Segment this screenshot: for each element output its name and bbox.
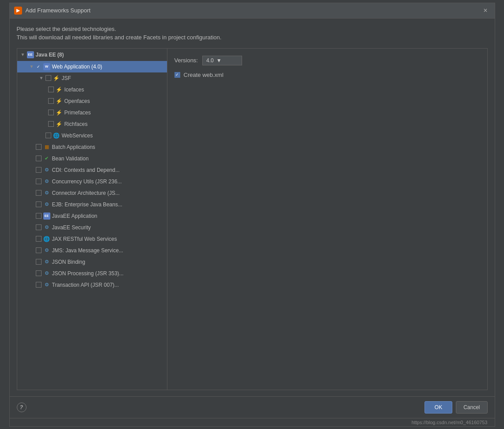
icon-javaee-app: EE — [43, 213, 50, 220]
checkbox-ejb[interactable] — [36, 201, 42, 207]
icon-openfaces: ⚡ — [56, 98, 63, 105]
checkbox-connector[interactable] — [36, 190, 42, 196]
version-value: 4.0 — [206, 57, 214, 64]
footer-buttons: OK Cancel — [424, 401, 488, 414]
tree-item-cdi[interactable]: ⚙ CDI: Contexts and Depend... — [17, 164, 167, 176]
add-frameworks-dialog: ▶ Add Frameworks Support × Please select… — [9, 3, 495, 427]
label-ejb: EJB: Enterprise Java Beans... — [52, 201, 122, 208]
tree-item-jsf[interactable]: ▼ ⚡ JSF — [17, 72, 167, 84]
tree-item-bean-validation[interactable]: ✔ Bean Validation — [17, 153, 167, 164]
checkbox-richfaces[interactable] — [48, 121, 54, 127]
checkbox-batch-applications[interactable] — [36, 144, 42, 150]
tree-item-richfaces[interactable]: ⚡ Richfaces — [17, 118, 167, 130]
main-content: ▼ EE Java EE (8) ▼ W Web Application (4.… — [17, 48, 488, 390]
description: Please select the desired technologies. … — [17, 25, 488, 42]
icon-web-application: W — [43, 63, 50, 70]
icon-connector: ⚙ — [43, 190, 50, 197]
status-bar: https://blog.csdn.net/m0_46160753 — [10, 418, 495, 426]
label-json-processing: JSON Processing (JSR 353)... — [52, 270, 124, 277]
checkbox-jsf[interactable] — [45, 75, 51, 81]
title-bar: ▶ Add Frameworks Support × — [10, 3, 495, 19]
description-line1: Please select the desired technologies. — [17, 25, 488, 34]
checkbox-icefaces[interactable] — [48, 87, 54, 92]
label-webservices: WebServices — [62, 133, 93, 139]
icon-icefaces: ⚡ — [56, 86, 63, 93]
checkbox-jax-restful[interactable] — [36, 236, 42, 242]
icon-batch-applications: ▦ — [43, 144, 50, 151]
tree-item-primefaces[interactable]: ⚡ Primefaces — [17, 107, 167, 118]
label-jax-restful: JAX RESTful Web Services — [52, 236, 117, 242]
tree-item-transaction[interactable]: ⚙ Transaction API (JSR 007)... — [17, 279, 167, 291]
label-web-application: Web Application (4.0) — [52, 64, 102, 70]
tree-item-web-application[interactable]: ▼ W Web Application (4.0) — [17, 61, 167, 72]
checkbox-bean-validation[interactable] — [36, 156, 42, 161]
label-icefaces: Icefaces — [64, 87, 84, 93]
icon-jsf: ⚡ — [53, 75, 60, 82]
icon-richfaces: ⚡ — [56, 121, 63, 128]
description-line2: This will download all needed libraries … — [17, 33, 488, 42]
label-bean-validation: Bean Validation — [52, 156, 89, 162]
checkbox-json-processing[interactable] — [36, 270, 42, 276]
checkbox-json-binding[interactable] — [36, 259, 42, 265]
dialog-title: Add Frameworks Support — [26, 7, 91, 14]
group-java-ee[interactable]: ▼ EE Java EE (8) — [17, 49, 167, 61]
icon-json-binding: ⚙ — [43, 258, 50, 266]
icon-webservices: 🌐 — [53, 132, 60, 139]
label-richfaces: Richfaces — [64, 121, 88, 127]
javaee-group-icon: EE — [27, 51, 34, 58]
label-concurrency: Concurrency Utils (JSR 236... — [52, 178, 122, 185]
icon-primefaces: ⚡ — [56, 109, 63, 116]
tree-item-javaee-security[interactable]: ⚙ JavaEE Security — [17, 222, 167, 233]
checkbox-create-xml[interactable] — [174, 72, 180, 78]
expand-arrow-web: ▼ — [30, 64, 34, 69]
icon-jms: ⚙ — [43, 247, 50, 254]
tree-item-webservices[interactable]: 🌐 WebServices — [17, 130, 167, 141]
expand-arrow-jsf: ▼ — [39, 76, 44, 80]
label-cdi: CDI: Contexts and Depend... — [52, 167, 120, 173]
checkbox-openfaces[interactable] — [48, 98, 54, 104]
tree-item-concurrency[interactable]: ⚙ Concurrency Utils (JSR 236... — [17, 176, 167, 187]
version-select[interactable]: 4.0 ▼ — [202, 56, 242, 65]
checkbox-javaee-security[interactable] — [36, 224, 42, 230]
label-json-binding: JSON Binding — [52, 259, 85, 265]
checkbox-transaction[interactable] — [36, 282, 42, 288]
icon-ejb: ⚙ — [43, 201, 50, 208]
icon-jax-restful: 🌐 — [43, 235, 50, 243]
checkbox-javaee-app[interactable] — [36, 213, 42, 219]
group-label: Java EE (8) — [36, 52, 64, 58]
icon-transaction: ⚙ — [43, 281, 50, 289]
versions-row: Versions: 4.0 ▼ — [174, 56, 480, 65]
tree-item-javaee-app[interactable]: EE JavaEE Application — [17, 210, 167, 222]
label-jsf: JSF — [62, 75, 71, 81]
tree-item-batch-applications[interactable]: ▦ Batch Applications — [17, 141, 167, 153]
label-javaee-app: JavaEE Application — [52, 213, 98, 219]
checkbox-concurrency[interactable] — [36, 178, 42, 184]
tree-item-ejb[interactable]: ⚙ EJB: Enterprise Java Beans... — [17, 199, 167, 210]
label-jms: JMS: Java Message Service... — [52, 247, 123, 254]
tree-item-connector[interactable]: ⚙ Connector Architecture (JS... — [17, 187, 167, 199]
checkbox-web-application[interactable] — [36, 64, 42, 69]
icon-cdi: ⚙ — [43, 167, 50, 174]
tree-item-json-binding[interactable]: ⚙ JSON Binding — [17, 256, 167, 268]
label-batch-applications: Batch Applications — [52, 144, 95, 150]
icon-concurrency: ⚙ — [43, 178, 50, 185]
tree-item-icefaces[interactable]: ⚡ Icefaces — [17, 84, 167, 95]
versions-label: Versions: — [174, 57, 198, 64]
icon-bean-validation: ✔ — [43, 155, 50, 162]
checkbox-jms[interactable] — [36, 247, 42, 253]
checkbox-cdi[interactable] — [36, 167, 42, 173]
tree-item-openfaces[interactable]: ⚡ Openfaces — [17, 95, 167, 107]
title-bar-left: ▶ Add Frameworks Support — [14, 7, 91, 15]
cancel-button[interactable]: Cancel — [456, 401, 487, 414]
status-url: https://blog.csdn.net/m0_46160753 — [412, 420, 488, 425]
tree-item-json-processing[interactable]: ⚙ JSON Processing (JSR 353)... — [17, 268, 167, 279]
label-openfaces: Openfaces — [64, 98, 90, 104]
checkbox-webservices[interactable] — [45, 133, 51, 138]
checkbox-primefaces[interactable] — [48, 110, 54, 115]
right-panel: Versions: 4.0 ▼ Create web.xml — [167, 49, 487, 390]
tree-item-jax-restful[interactable]: 🌐 JAX RESTful Web Services — [17, 233, 167, 245]
tree-item-jms[interactable]: ⚙ JMS: Java Message Service... — [17, 245, 167, 256]
help-button[interactable]: ? — [17, 402, 27, 412]
ok-button[interactable]: OK — [424, 401, 452, 414]
close-button[interactable]: × — [481, 6, 490, 15]
